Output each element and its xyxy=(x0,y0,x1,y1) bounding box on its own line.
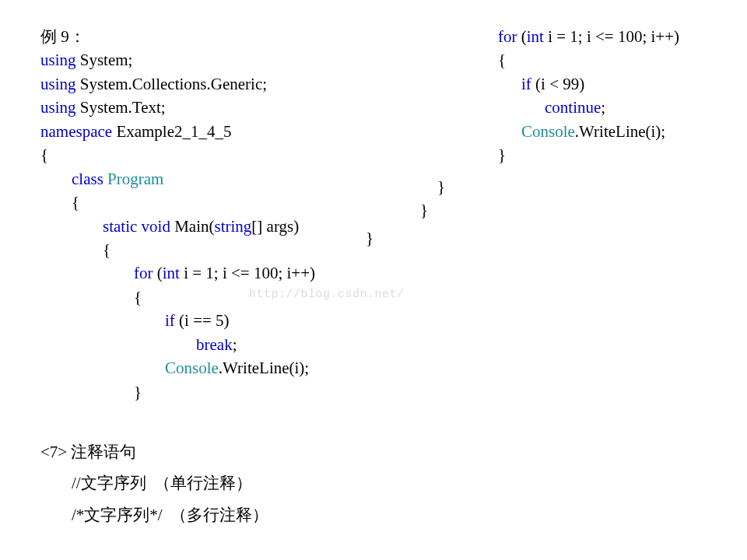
code-line: static void Main(string[] args) xyxy=(40,215,445,238)
code-line: namespace Example2_1_4_5 xyxy=(40,120,445,143)
code-line: { xyxy=(40,238,445,261)
code-line: if (i < 99) xyxy=(498,72,739,96)
keyword: break xyxy=(196,335,233,354)
text: (i == 5) xyxy=(175,311,230,330)
text: System.Collections.Generic; xyxy=(76,75,268,93)
text: i = 1; i <= 100; i++) xyxy=(180,264,315,282)
keyword: for xyxy=(498,27,517,46)
page: http://blog.csdn.net/ 例 9： using System;… xyxy=(0,0,747,560)
code-line: if (i == 5) xyxy=(40,309,445,332)
keyword: namespace xyxy=(40,122,112,141)
code-line: { xyxy=(40,143,445,166)
code-line: using System; xyxy=(40,48,445,72)
close-brace-main: } xyxy=(366,226,374,250)
comment-section: <7> 注释语句 //文字序列 （单行注释） /*文字序列*/ （多行注释） xyxy=(40,440,468,527)
keyword: class xyxy=(72,170,107,188)
text: ( xyxy=(153,264,163,282)
left-code-column: 例 9： using System; using System.Collecti… xyxy=(40,25,445,404)
class-name: Program xyxy=(107,170,163,188)
keyword: using xyxy=(40,51,76,69)
keyword: using xyxy=(40,98,76,117)
text: ; xyxy=(601,98,605,117)
keyword: if xyxy=(165,311,175,330)
code-line: { xyxy=(40,285,445,309)
keyword: int xyxy=(527,27,544,46)
keyword: if xyxy=(521,75,531,93)
type-name: Console xyxy=(521,122,575,141)
comment-line: /*文字序列*/ （多行注释） xyxy=(40,503,468,527)
code-line: class Program xyxy=(40,167,445,191)
close-brace-namespace: } xyxy=(437,175,445,198)
code-line: using System.Text; xyxy=(40,96,445,119)
text: Example2_1_4_5 xyxy=(112,122,231,141)
text: ( xyxy=(517,27,527,46)
text: .WriteLine(i); xyxy=(575,122,665,141)
keyword: continue xyxy=(545,98,601,117)
text: ; xyxy=(233,335,237,354)
right-code-column: for (int i = 1; i <= 100; i++) { if (i <… xyxy=(498,25,739,167)
keyword: for xyxy=(134,264,153,282)
code-line: { xyxy=(498,48,739,72)
code-line: } xyxy=(498,143,739,166)
text: .WriteLine(i); xyxy=(219,359,309,377)
code-line: { xyxy=(40,191,445,214)
code-line: continue; xyxy=(498,96,739,119)
text: Main( xyxy=(170,217,215,236)
keyword: string xyxy=(215,217,252,236)
section-heading: <7> 注释语句 xyxy=(40,440,468,464)
keyword: void xyxy=(142,217,170,236)
code-line: using System.Collections.Generic; xyxy=(40,72,445,96)
comment-line: //文字序列 （单行注释） xyxy=(40,471,468,495)
code-line: } xyxy=(40,380,445,404)
code-line: break; xyxy=(40,333,445,356)
text: i = 1; i <= 100; i++) xyxy=(544,27,679,46)
keyword: static xyxy=(103,217,137,236)
close-brace-class: } xyxy=(420,198,428,222)
code-line: Console.WriteLine(i); xyxy=(498,120,739,143)
example-title: 例 9： xyxy=(40,25,445,48)
keyword: int xyxy=(163,264,180,282)
type-name: Console xyxy=(165,359,219,377)
text: System.Text; xyxy=(76,98,166,117)
text: [] args) xyxy=(251,217,299,236)
code-line: for (int i = 1; i <= 100; i++) xyxy=(40,261,445,285)
code-line: Console.WriteLine(i); xyxy=(40,356,445,380)
code-line: for (int i = 1; i <= 100; i++) xyxy=(498,25,739,48)
text: System; xyxy=(76,51,133,69)
text: (i < 99) xyxy=(531,75,584,93)
keyword: using xyxy=(40,75,76,93)
